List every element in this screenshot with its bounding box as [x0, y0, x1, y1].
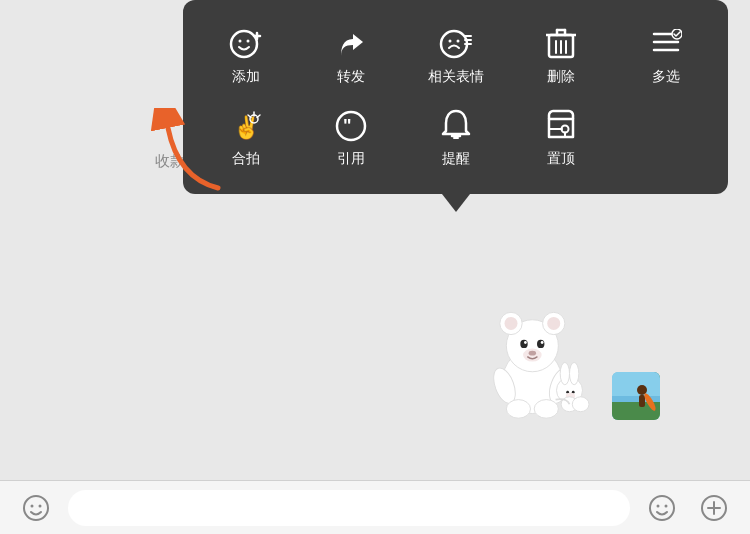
sticker-svg: [472, 283, 602, 428]
svg-point-45: [541, 341, 544, 344]
menu-row-2: ✌ 合拍 " 引用: [193, 102, 718, 174]
menu-item-pin[interactable]: 置顶: [516, 102, 606, 174]
pin-label: 置顶: [547, 150, 575, 168]
menu-item-quote[interactable]: " 引用: [306, 102, 396, 174]
svg-point-43: [537, 339, 544, 347]
add-label: 添加: [232, 68, 260, 86]
menu-row-1: 添加 转发: [193, 20, 718, 92]
forward-icon: [333, 26, 369, 62]
svg-point-68: [39, 504, 42, 507]
svg-point-1: [238, 40, 241, 43]
svg-point-41: [547, 316, 560, 329]
svg-point-66: [24, 496, 48, 520]
menu-item-forward[interactable]: 转发: [306, 20, 396, 92]
svg-point-5: [441, 31, 467, 57]
arrow-overlay: [148, 108, 238, 208]
svg-point-59: [572, 396, 589, 411]
sticker-message-area: [472, 290, 660, 420]
bottom-bar: [0, 480, 750, 534]
menu-item-remind[interactable]: 提醒: [411, 102, 501, 174]
chat-area: 添加 转发: [0, 0, 750, 480]
sticker-emoji: [472, 290, 602, 420]
related-emoji-icon: [438, 26, 474, 62]
svg-point-71: [665, 504, 668, 507]
message-input[interactable]: [68, 490, 630, 526]
svg-point-50: [506, 399, 530, 418]
delete-icon: [543, 26, 579, 62]
svg-point-70: [657, 504, 660, 507]
svg-point-54: [570, 362, 579, 384]
bottom-right-emoji-icon[interactable]: [642, 488, 682, 528]
remind-label: 提醒: [442, 150, 470, 168]
svg-point-2: [246, 40, 249, 43]
svg-text:": ": [343, 116, 352, 136]
svg-point-51: [534, 399, 558, 418]
pin-icon: [543, 108, 579, 144]
bottom-add-icon[interactable]: [694, 488, 734, 528]
bottom-left-emoji-icon[interactable]: [16, 488, 56, 528]
multiselect-label: 多选: [652, 68, 680, 86]
menu-item-add[interactable]: 添加: [201, 20, 291, 92]
svg-point-40: [505, 316, 518, 329]
user-avatar: [612, 372, 660, 420]
svg-point-44: [524, 341, 527, 344]
svg-point-6: [448, 40, 451, 43]
context-menu: 添加 转发: [183, 0, 728, 194]
quote-icon: ": [333, 108, 369, 144]
related-emoji-label: 相关表情: [428, 68, 484, 86]
quote-label: 引用: [337, 150, 365, 168]
menu-item-multiselect[interactable]: 多选: [621, 20, 711, 92]
delete-label: 删除: [547, 68, 575, 86]
svg-point-42: [520, 339, 527, 347]
svg-point-53: [560, 362, 569, 384]
svg-point-0: [231, 31, 257, 57]
svg-point-7: [456, 40, 459, 43]
menu-item-related-emoji[interactable]: 相关表情: [411, 20, 501, 92]
svg-point-67: [31, 504, 34, 507]
svg-rect-64: [639, 395, 645, 407]
svg-point-47: [529, 350, 536, 355]
forward-label: 转发: [337, 68, 365, 86]
menu-item-delete[interactable]: 删除: [516, 20, 606, 92]
remind-icon: [438, 108, 474, 144]
add-emoji-icon: [228, 26, 264, 62]
svg-point-69: [650, 496, 674, 520]
multiselect-icon: [648, 26, 684, 62]
